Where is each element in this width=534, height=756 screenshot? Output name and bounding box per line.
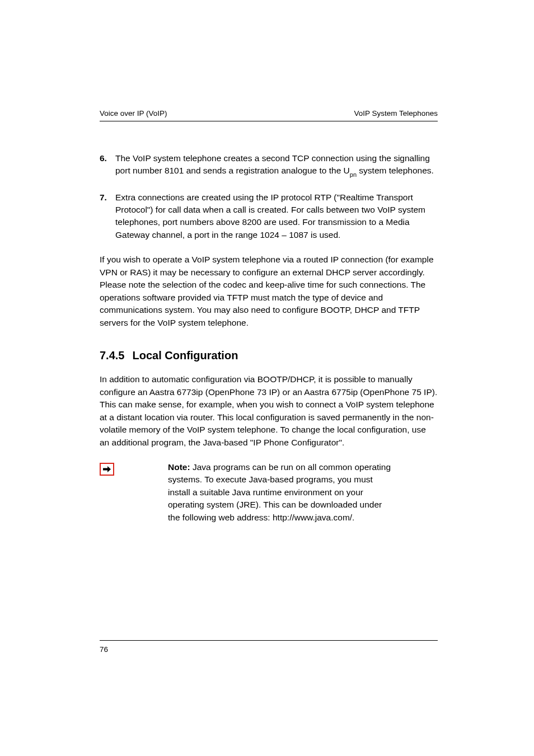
svg-marker-1 — [107, 466, 111, 472]
list-number: 6. — [100, 152, 115, 179]
running-head: Voice over IP (VoIP) VoIP System Telepho… — [100, 109, 438, 121]
list-body: Extra connections are created using the … — [115, 191, 438, 242]
header-left: Voice over IP (VoIP) — [100, 109, 167, 118]
page: Voice over IP (VoIP) VoIP System Telepho… — [0, 0, 534, 756]
footer-rule: 76 — [100, 640, 438, 654]
list-item-7: 7. Extra connections are created using t… — [100, 191, 438, 242]
note-text: Note: Java programs can be run on all co… — [168, 461, 392, 524]
subscript: pn — [350, 171, 357, 178]
list-body: The VoIP system telephone creates a seco… — [115, 152, 438, 179]
list-number: 7. — [100, 191, 115, 242]
header-right: VoIP System Telephones — [354, 109, 438, 118]
section-number: 7.4.5 — [100, 349, 124, 361]
section-title: Local Configuration — [132, 349, 238, 361]
note-block: Note: Java programs can be run on all co… — [100, 461, 438, 524]
text-part: system telephones. — [357, 166, 434, 175]
note-arrow-icon — [100, 463, 114, 476]
section-heading: 7.4.5Local Configuration — [100, 349, 438, 362]
page-number: 76 — [100, 645, 108, 654]
paragraph-local: In addition to automatic configuration v… — [100, 373, 438, 449]
note-body: Java programs can be run on all common o… — [168, 462, 391, 522]
footer: 76 — [100, 640, 438, 654]
paragraph-routed: If you wish to operate a VoIP system tel… — [100, 253, 438, 329]
note-label: Note: — [168, 462, 190, 472]
svg-rect-0 — [103, 468, 107, 471]
list-item-6: 6. The VoIP system telephone creates a s… — [100, 152, 438, 179]
